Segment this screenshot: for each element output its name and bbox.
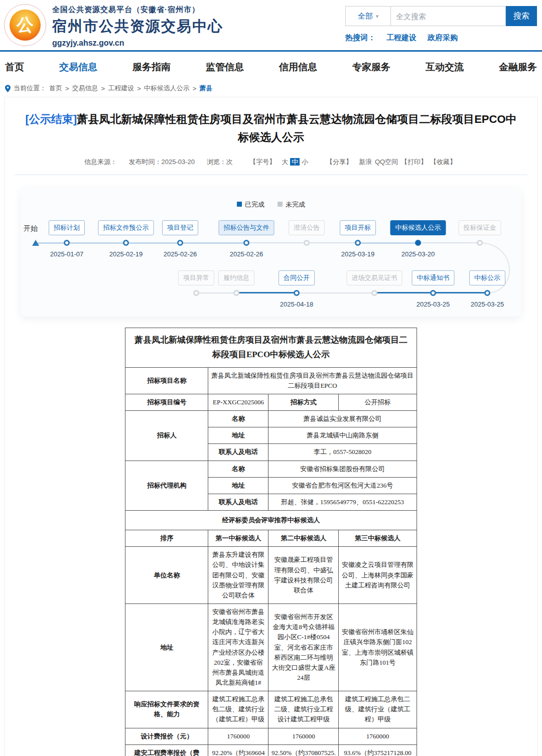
qualification-1: 建筑工程施工总承包二级、建筑行业（建筑工程）甲级 xyxy=(208,691,268,728)
breadcrumb-candidates[interactable]: 中标候选人公示 xyxy=(144,84,190,93)
breadcrumb-trade-info[interactable]: 交易信息 xyxy=(72,84,98,93)
stage-doc-preannounce[interactable]: 招标文件预公示 xyxy=(98,220,154,235)
main-nav: 首页 交易信息 服务指南 监管信息 信用信息 专家服务 互动交流 金融服务 xyxy=(0,52,542,83)
stage-clarification: 澄清公告 xyxy=(289,220,325,235)
bid-result-table: 萧县凤北新城保障性租赁住房项目及宿州市萧县云慧达物流园仓储项目二标段项目EPCO… xyxy=(125,328,417,756)
qualification-2: 建筑工程施工总承包二级、建筑行业工程设计建筑工程甲级 xyxy=(268,691,339,728)
search-input[interactable] xyxy=(390,6,506,26)
hot-word-procurement[interactable]: 政府采购 xyxy=(428,33,458,43)
date-award-publicity: 2025-03-25 xyxy=(471,300,504,308)
legend-undone: 未完成 xyxy=(278,200,305,209)
node-clarification xyxy=(304,240,310,246)
seal-icon: 公 xyxy=(10,10,41,41)
stage-bid-plan[interactable]: 招标计划 xyxy=(49,220,85,235)
node-contract-publicity xyxy=(294,290,300,296)
breadcrumb: 当前位置： 首页> 交易信息> 工程建设> 中标候选人公示> 萧县 xyxy=(0,83,542,97)
content-panel: [公示结束]萧县凤北新城保障性租赁住房项目及宿州市萧县云慧达物流园仓储项目二标段… xyxy=(4,97,538,756)
stage-announcement-docs[interactable]: 招标公告与文件 xyxy=(219,220,275,235)
legend-done: 已完成 xyxy=(237,200,264,209)
share-label: 【分享】 xyxy=(326,158,352,166)
tenderer-label: 招标人 xyxy=(125,411,208,461)
favorite-button[interactable]: 【收藏】 xyxy=(430,158,456,166)
table-row: 单位名称 萧县东升建设有限公司、中地设计集团有限公司、安徽汉墨物业管理有限公司联… xyxy=(125,547,417,604)
nav-item-expert[interactable]: 专家服务 xyxy=(352,61,390,74)
rank-third: 第三中标候选人 xyxy=(339,530,417,547)
site-domain: ggzyjy.ahsz.gov.cn xyxy=(52,39,223,48)
hot-words-label: 热搜词： xyxy=(345,33,375,43)
process-timeline: 已完成 未完成 开始 招标计划 招标文件预公示 项目登记 招标公告与文件 澄清公… xyxy=(21,187,521,317)
node-bid-bond xyxy=(477,240,483,246)
nav-item-credit[interactable]: 信用信息 xyxy=(279,61,317,74)
breadcrumb-sep: > xyxy=(65,85,69,92)
nav-item-supervision[interactable]: 监管信息 xyxy=(206,61,244,74)
fontsize-label: 【字号】 xyxy=(249,158,276,166)
nav-item-trade-info[interactable]: 交易信息 xyxy=(59,61,97,74)
stage-award-notice[interactable]: 中标通知书 xyxy=(412,270,455,285)
meta-views: 浏览：次 xyxy=(207,158,233,166)
search-category-select[interactable]: 全部 ▾ xyxy=(345,6,390,26)
qualification-label: 响应招标文件要求的资格、能力 xyxy=(125,691,208,728)
method-label: 招标方式 xyxy=(268,394,339,411)
breadcrumb-label: 当前位置： xyxy=(14,84,46,93)
stage-bid-opening[interactable]: 项目开标 xyxy=(340,220,376,235)
timeline-legend: 已完成 未完成 xyxy=(21,200,521,209)
date-award-notice: 2025-03-25 xyxy=(417,300,450,308)
address-2: 安徽省宿州市开发区金海大道8号众德祥福园小区C-1#楼0504室、河北省石家庄市… xyxy=(268,604,339,691)
stage-contract-publicity[interactable]: 合同公开 xyxy=(279,270,315,285)
design-fee-2: 1760000 xyxy=(268,728,339,744)
design-fee-label: 设计费报价（元） xyxy=(125,728,208,744)
stage-candidate-publicity[interactable]: 中标候选人公示 xyxy=(390,220,446,235)
legend-undone-swatch xyxy=(278,202,283,207)
chevron-down-icon: ▾ xyxy=(376,13,379,20)
breadcrumb-current[interactable]: 萧县 xyxy=(199,84,212,93)
design-fee-3: 1760000 xyxy=(339,728,417,744)
share-qq-button[interactable]: QQ空间 xyxy=(375,158,398,166)
meta-fontsize-group: 【字号】大中小 xyxy=(244,158,311,166)
node-project-abnormal xyxy=(193,290,199,296)
nav-item-finance[interactable]: 金融服务 xyxy=(499,61,537,74)
site-brand: 公 全国公共资源交易平台（安徽省·宿州市） 宿州市公共资源交易中心 ggzyjy… xyxy=(4,4,223,50)
fontsize-small-button[interactable]: 小 xyxy=(302,158,308,166)
tenderer-contact: 李工，0557-5028020 xyxy=(268,444,417,461)
hot-word-engineering[interactable]: 工程建设 xyxy=(386,33,417,43)
table-row: 设计费报价（元） 1760000 1760000 1760000 xyxy=(125,728,417,744)
date-project-register: 2025-02-26 xyxy=(164,250,197,258)
node-bid-opening xyxy=(355,240,361,246)
table-row: 响应招标文件要求的资格、能力 建筑工程施工总承包二级、建筑行业（建筑工程）甲级 … xyxy=(125,691,417,728)
table-title: 萧县凤北新城保障性租赁住房项目及宿州市萧县云慧达物流园仓储项目二标段项目EPCO… xyxy=(125,328,417,368)
nav-item-interaction[interactable]: 互动交流 xyxy=(426,61,464,74)
search-button[interactable]: 搜索 xyxy=(506,6,537,26)
page-title: [公示结束]萧县凤北新城保障性租赁住房项目及宿州市萧县云慧达物流园仓储项目二标段… xyxy=(23,110,519,146)
legend-done-swatch xyxy=(237,202,242,207)
breadcrumb-home[interactable]: 首页 xyxy=(49,84,62,93)
address-1: 安徽省宿州市萧县龙城镇淮海路老实小院内，辽宁省大连庄河市大连新兴产业经济区办公楼… xyxy=(208,604,268,691)
stage-project-abnormal: 项目异常 xyxy=(178,270,214,285)
fontsize-medium-button[interactable]: 中 xyxy=(290,158,300,166)
article-meta: 信息来源： 发布时间：2025-03-20 浏览：次 【字号】大中小 【分享】新… xyxy=(5,158,537,167)
print-button[interactable]: 【打印】 xyxy=(401,158,427,166)
nav-item-service-guide[interactable]: 服务指南 xyxy=(132,61,171,74)
share-sina-button[interactable]: 新浪 xyxy=(359,158,372,166)
node-entry-certificate xyxy=(371,290,377,296)
timeline-start-label: 开始 xyxy=(24,224,38,233)
breadcrumb-engineering[interactable]: 工程建设 xyxy=(108,84,134,93)
tenderer-name-label: 名称 xyxy=(208,411,268,427)
rank-label: 排序 xyxy=(125,530,208,547)
stage-project-register[interactable]: 项目登记 xyxy=(162,220,198,235)
node-candidate-publicity xyxy=(415,240,421,246)
node-award-publicity xyxy=(484,290,490,296)
node-bid-plan xyxy=(64,240,70,246)
site-name: 宿州市公共资源交易中心 xyxy=(52,17,223,37)
agency-addr-label: 地址 xyxy=(208,477,268,494)
date-doc-preannounce: 2025-02-19 xyxy=(109,250,143,258)
agency-name-label: 名称 xyxy=(208,461,268,477)
stage-award-publicity[interactable]: 中标公示 xyxy=(469,270,505,285)
fontsize-big-button[interactable]: 大 xyxy=(282,158,288,166)
timeline-row2-progress xyxy=(236,292,297,293)
nav-item-home[interactable]: 首页 xyxy=(5,61,24,74)
table-row: 建安工程费率报价（费率%） 92.20%（约369604906.00元） 92.… xyxy=(125,744,417,756)
design-fee-1: 1760000 xyxy=(208,728,268,744)
meta-share-group: 【分享】新浪QQ空间【打印】【收藏】 xyxy=(321,158,458,166)
site-seal-logo: 公 xyxy=(4,4,46,46)
agency-contact: 邢超、张健，15956549779、0551-62220253 xyxy=(268,494,417,510)
